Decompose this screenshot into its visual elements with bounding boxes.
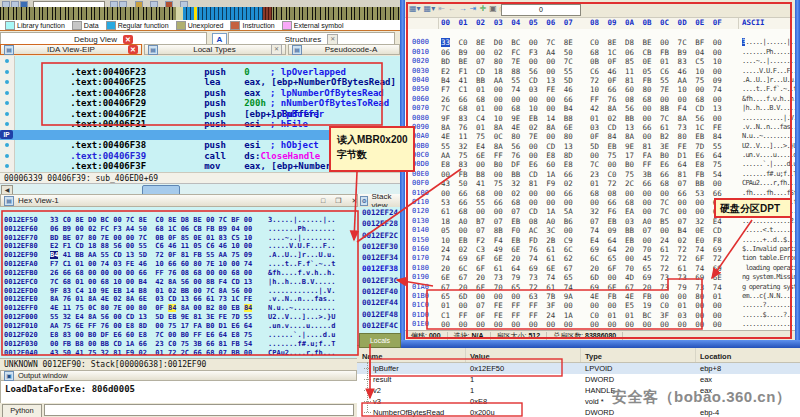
stack-row[interactable]: 0012EF48 [358, 309, 400, 320]
toolbar-icon[interactable]: ▣ [489, 3, 497, 15]
hex-editor-row[interactable]: 01A067 20 6F 70 65 72 61 74 69 6E 67 20 … [405, 273, 795, 282]
status-sector-size: 扇区大小: 512 [491, 332, 548, 340]
hex-editor-row[interactable]: 0020BD BE 07 80 7E 00 00 7C 0B 0F 85 0E … [405, 48, 795, 57]
hex-row[interactable]: 0012F03000 FB B8 00 BB CD 1A 66 23 C0 75… [0, 331, 358, 340]
hex-row[interactable]: 0012EF90B4 41 BB AA 55 CD 13 5D 72 0F 81… [0, 242, 358, 251]
disassembly-line[interactable]: .text:00406F31pushesi; hFile [0, 109, 400, 120]
hex-row[interactable]: 0012EF70BD BE 07 80 7E 00 00 7C 0B 0F 85… [0, 225, 358, 234]
stack-row[interactable]: 0012EF34 [358, 252, 400, 263]
hex-editor-row[interactable]: 00707C 68 01 00 68 10 00 B4 42 8A 56 00 … [405, 95, 795, 104]
cli-input[interactable] [44, 404, 354, 416]
window-buttons[interactable]: □ ❐ ✕ [321, 197, 361, 205]
column-header-location[interactable]: Location [700, 352, 731, 361]
disassembly-line[interactable]: .text:00406F28pusheax; lpNumberOfBytesRe… [0, 77, 400, 88]
pane-header-hex-view[interactable]: ▤ Hex View-1 □ ❐ ✕ [0, 194, 400, 207]
hex-row[interactable]: 0012EFD09F 83 C4 10 9E EB 14 B8 01 02 BB… [0, 278, 358, 287]
annotation-callout-read-mbr: 读入MBR0x200 字节数 [329, 126, 415, 172]
hex-editor-row[interactable]: 006026 66 68 00 00 00 00 66 FF 76 08 68 … [405, 85, 795, 94]
hex-row[interactable]: 0012F04043 50 41 75 32 81 F9 02 01 72 2C… [0, 340, 358, 349]
address-dot-icon [5, 91, 9, 95]
hex-editor-row[interactable]: 01906E 67 20 73 79 73 74 65 6D 00 4D 69 … [405, 264, 795, 273]
stack-row[interactable]: 0012EF4C [358, 320, 400, 331]
stack-row[interactable]: 0012EF28 [358, 218, 400, 229]
hex-row[interactable]: 0012EFE08A 76 01 8A 4E 02 8A 6E 03 CD 13… [0, 287, 358, 296]
column-header-type[interactable]: Type [585, 352, 602, 361]
hex-editor-row[interactable]: 00809F 83 C4 10 9E EB 14 B8 01 02 BB 00 … [405, 104, 795, 113]
variable-name: v3 [373, 396, 381, 407]
column-header-name[interactable]: Name [362, 352, 382, 361]
hex-row[interactable]: 0012F010AA 75 6E FF 76 00 E8 8D 00 75 17… [0, 313, 358, 322]
pane-header-output[interactable]: ▣ Output window [0, 370, 357, 381]
hex-editor-row[interactable]: 011053 66 55 66 68 00 00 00 00 66 68 00 … [405, 189, 795, 198]
pane-header-ida-view[interactable]: ▤ IDA View-EIP ✕ [0, 44, 142, 55]
ida-navigation-band[interactable] [0, 7, 400, 20]
hex-editor-row[interactable]: 01E000 00 00 00 00 00 00 00 00 00 00 00 … [405, 311, 795, 320]
toolbar-icon[interactable]: ⇤ [438, 3, 445, 15]
locals-row[interactable]: NumberOfBytesRead0x200uDWORDebp-4 [357, 407, 800, 417]
stack-row[interactable]: 0012EF3C [358, 275, 400, 286]
close-icon[interactable]: ✕ [128, 45, 138, 54]
disassembly-line[interactable]: .text:00406F2Epush[ebp+lpBuffer]; lpBuff… [0, 98, 400, 109]
hex-editor-row[interactable]: 018020 6C 6F 61 64 69 6E 67 20 6F 70 65 … [405, 254, 795, 263]
offset-input[interactable]: 0 [501, 4, 581, 16]
stack-row[interactable]: 0012EF2C [358, 230, 400, 241]
python-cli-button[interactable]: Python [2, 404, 42, 417]
toolbar-icon[interactable]: → [459, 3, 467, 15]
locals-row[interactable]: result1DWORDeax [357, 374, 800, 385]
hex-editor-row[interactable]: 00C0AA 75 6E FF 76 00 E8 8D 00 75 17 FA … [405, 142, 795, 151]
pane-header-stack-view[interactable]: ⚙ Stack view [358, 194, 402, 207]
hex-editor-row[interactable]: 001006 B9 00 02 FC F3 A4 50 68 1C 06 CB … [405, 38, 795, 47]
disassembly-line[interactable]: .text:00406F25leaeax, [ebp+NumberOfBytes… [0, 67, 400, 78]
hex-row[interactable]: 0012EFC07C 68 01 00 68 10 00 B4 42 8A 56… [0, 269, 358, 278]
toolbar-icon[interactable]: ▦▾ [409, 3, 421, 15]
hex-row[interactable]: 0012EF6006 B9 00 02 FC F3 A4 50 68 1C 06… [0, 216, 358, 225]
hex-editor-row[interactable]: 017074 69 6F 6E 20 74 61 62 6C 65 00 45 … [405, 245, 795, 254]
locals-row[interactable]: lpBuffer0x12EF50LPVOIDebp+8 [357, 363, 800, 374]
hex-editor-row[interactable]: 00D0E8 83 00 B0 DF E6 60 E8 7C 00 B0 FF … [405, 151, 795, 160]
hex-row[interactable]: 0012EFF04E 11 75 0C 80 7E 00 80 0F 84 8A… [0, 295, 358, 304]
toolbar-icon[interactable]: ← [448, 3, 456, 15]
hex-editor-row[interactable]: 00908A 76 01 8A 4E 02 8A 6E 03 CD 13 66 … [405, 114, 795, 123]
hex-row[interactable]: 0012EF80E2 F1 CD 18 88 56 00 55 C6 46 11… [0, 234, 358, 243]
close-icon[interactable]: ✕ [123, 35, 133, 44]
legend-swatch [106, 21, 116, 30]
hex-editor-row[interactable]: 00B055 32 E4 8A 56 00 CD 13 5D EB 9E 81 … [405, 132, 795, 141]
disassembly-line[interactable]: .text:00406F23push0; lpOverlapped [0, 56, 400, 67]
legend-item: Data [72, 21, 99, 30]
hex-editor-row[interactable]: 01F000 00 00 00 00 00 00 00 00 00 00 00 … [405, 320, 795, 329]
hex-editor-row[interactable]: 00E000 FB B8 00 BB CD 1A 66 23 C0 75 3B … [405, 160, 795, 169]
hex-row[interactable]: 0012EFA0F7 C1 01 00 74 03 FE 46 10 66 60… [0, 251, 358, 260]
pane-header-local-types[interactable]: ▤ Local Types ✕ [144, 44, 286, 55]
hex-editor-row[interactable]: 0030E2 F1 CD 18 88 56 00 55 C6 46 11 05 … [405, 57, 795, 66]
toolbar-icon[interactable]: ▦▾ [424, 3, 436, 15]
stack-row[interactable]: 0012EF38 [358, 263, 400, 274]
hex-row[interactable]: 0012EF5033 C0 8E D0 BC 00 7C 8E C0 8E D8… [0, 207, 358, 216]
pane-header-pseudocode[interactable]: ▤ Pseudocode-A [288, 44, 400, 55]
hex-editor-row[interactable]: 000033 C0 8E D0 BC 00 7C 8E C0 8E D8 BE … [405, 29, 795, 38]
hex-editor-row[interactable]: 0050F7 C1 01 00 74 03 FE 46 10 66 60 80 … [405, 76, 795, 85]
stack-row[interactable]: 0012EF30 [358, 241, 400, 252]
hex-editor-row[interactable]: 014005 00 07 8B F0 AC 3C 00 74 09 BB 07 … [405, 217, 795, 226]
hex-editor-row[interactable]: 01C001 00 07 FE FF FF 3F 00 00 00 E5 19 … [405, 292, 795, 301]
column-header-value[interactable]: Value [470, 352, 490, 361]
hex-row[interactable]: 0012EFB026 66 68 00 00 00 00 66 FF 76 08… [0, 260, 358, 269]
stack-row[interactable]: 0012EF44 [358, 297, 400, 308]
hex-editor-row[interactable]: 016024 02 C3 49 6E 76 61 6C 69 64 20 70 … [405, 236, 795, 245]
toolbar-icon[interactable]: ✛ [480, 3, 487, 15]
window-frame[interactable] [400, 340, 800, 348]
hex-editor-row[interactable]: 0040B4 41 BB AA 55 CD 13 5D 72 0F 81 FB … [405, 67, 795, 76]
hex-editor-row[interactable]: 00F043 50 41 75 32 81 F9 02 01 72 2C 66 … [405, 170, 795, 179]
hex-editor-row[interactable]: 01B065 6D 00 00 00 63 7B 9A 4E FB 4E FB … [405, 283, 795, 292]
hex-editor-row[interactable]: 010000 66 68 00 02 00 00 66 68 08 00 00 … [405, 179, 795, 188]
close-icon[interactable]: ✕ [271, 44, 282, 55]
toolbar-icon[interactable]: ⇥ [470, 3, 477, 15]
stack-row[interactable]: 0012EF40 [358, 286, 400, 297]
hex-editor-row[interactable]: 00A04E 11 75 0C 80 7E 00 80 0F 84 8A 00 … [405, 123, 795, 132]
hex-editor-row[interactable]: 015010 EB F2 F4 EB FD 2B C9 E4 64 EB 00 … [405, 226, 795, 235]
hex-row[interactable]: 0012F020E8 83 00 B0 DF E6 60 E8 7C 00 B0… [0, 322, 358, 331]
tab-locals[interactable]: Locals [359, 333, 401, 348]
stack-row[interactable]: 0012EF24 [358, 207, 400, 218]
disassembly-line[interactable]: .text:00406F29push200h; nNumberOfBytesTo… [0, 88, 400, 99]
hex-editor-row[interactable]: 01D0C1 FF 0F FE FF FF 24 1A C0 01 01 BC … [405, 301, 795, 310]
hex-row[interactable]: 0012F00055 32 E4 8A 56 00 CD 13 5D EB 9E… [0, 304, 358, 313]
